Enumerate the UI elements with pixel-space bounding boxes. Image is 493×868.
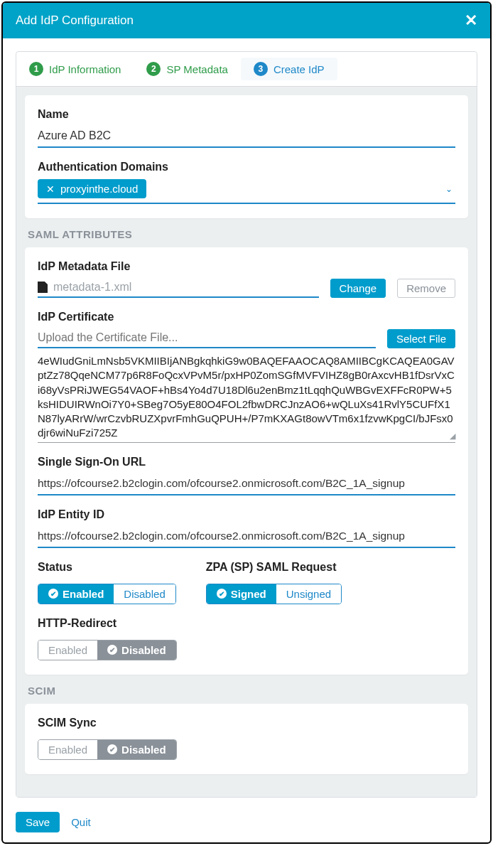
scim-section-heading: SCIM [28, 685, 468, 697]
dialog-footer: Save Quit [3, 805, 490, 842]
saml-request-label: ZPA (SP) SAML Request [206, 561, 342, 574]
saml-request-unsigned-button[interactable]: Unsigned [276, 584, 341, 604]
quit-link[interactable]: Quit [71, 816, 91, 828]
name-input[interactable] [38, 127, 455, 148]
auth-domain-chip[interactable]: ✕ proxyinthe.cloud [38, 179, 146, 198]
entity-id-label: IdP Entity ID [38, 508, 455, 521]
card-scim: SCIM Sync Enabled ✔ Disabled [25, 704, 468, 774]
toggle-label: Signed [231, 588, 266, 600]
resize-handle-icon[interactable]: ◢ [450, 431, 455, 441]
file-icon [38, 282, 48, 293]
sso-url-input[interactable] [38, 474, 455, 495]
dialog-body: 1 IdP Information 2 SP Metadata 3 Create… [3, 38, 490, 805]
metadata-filename: metadata-1.xml [53, 281, 131, 294]
card-basic: Name Authentication Domains ✕ proxyinthe… [25, 95, 468, 218]
toggle-label: Disabled [121, 744, 166, 756]
certificate-textarea[interactable]: 4eWIudGniLmNsb5VKMIIBIjANBgkqhkiG9w0BAQE… [38, 351, 455, 443]
auth-domains-label: Authentication Domains [38, 161, 455, 173]
card-saml: IdP Metadata File metadata-1.xml Change … [25, 247, 468, 675]
certificate-upload-placeholder[interactable] [38, 331, 376, 344]
wizard-steps: 1 IdP Information 2 SP Metadata 3 Create… [16, 52, 477, 87]
status-enabled-button[interactable]: ✔ Enabled [38, 584, 114, 604]
certificate-content: 4eWIudGniLmNsb5VKMIIBIjANBgkqhkiG9w0BAQE… [38, 355, 455, 439]
certificate-upload-field[interactable] [38, 331, 376, 348]
step-sp-metadata[interactable]: 2 SP Metadata [134, 58, 240, 80]
step-label: SP Metadata [166, 63, 227, 75]
dialog-title: Add IdP Configuration [16, 14, 134, 28]
scim-sync-label: SCIM Sync [38, 717, 455, 729]
saml-request-toggle: ✔ Signed Unsigned [206, 584, 342, 604]
status-label: Status [38, 561, 176, 574]
close-icon[interactable]: ✕ [465, 13, 477, 28]
step-number-icon: 1 [29, 62, 43, 76]
step-number-icon: 3 [254, 62, 268, 76]
http-redirect-toggle: Enabled ✔ Disabled [38, 640, 177, 660]
http-redirect-disabled-button[interactable]: ✔ Disabled [97, 641, 176, 660]
http-redirect-enabled-button[interactable]: Enabled [38, 641, 97, 660]
scim-sync-enabled-button[interactable]: Enabled [38, 740, 97, 759]
toggle-label: Enabled [63, 588, 104, 600]
saml-section-heading: SAML ATTRIBUTES [28, 228, 468, 240]
metadata-file-label: IdP Metadata File [38, 260, 455, 273]
dialog-header: Add IdP Configuration ✕ [3, 3, 490, 38]
wizard: 1 IdP Information 2 SP Metadata 3 Create… [16, 51, 477, 798]
sso-url-label: Single Sign-On URL [38, 456, 455, 468]
remove-button[interactable]: Remove [397, 279, 455, 298]
toggle-label: Disabled [121, 644, 166, 656]
auth-domains-field[interactable]: ✕ proxyinthe.cloud ⌄ [38, 179, 455, 204]
idp-certificate-label: IdP Certificate [38, 311, 455, 323]
status-toggle: ✔ Enabled Disabled [38, 584, 176, 604]
select-file-button[interactable]: Select File [387, 329, 455, 348]
dialog: Add IdP Configuration ✕ 1 IdP Informatio… [1, 1, 492, 844]
change-button[interactable]: Change [330, 279, 386, 298]
check-icon: ✔ [217, 589, 227, 599]
chevron-down-icon[interactable]: ⌄ [445, 184, 453, 194]
check-icon: ✔ [48, 589, 58, 599]
save-button[interactable]: Save [16, 812, 60, 832]
metadata-file-field[interactable]: metadata-1.xml [38, 281, 319, 298]
entity-id-input[interactable] [38, 527, 455, 548]
scim-sync-disabled-button[interactable]: ✔ Disabled [97, 740, 176, 759]
status-disabled-button[interactable]: Disabled [114, 584, 175, 604]
step-create-idp[interactable]: 3 Create IdP [241, 58, 337, 80]
check-icon: ✔ [107, 744, 117, 754]
http-redirect-label: HTTP-Redirect [38, 617, 455, 630]
step-label: IdP Information [49, 63, 121, 75]
step-idp-information[interactable]: 1 IdP Information [16, 58, 134, 80]
saml-request-signed-button[interactable]: ✔ Signed [207, 584, 276, 604]
scim-sync-toggle: Enabled ✔ Disabled [38, 739, 177, 760]
chip-label: proxyinthe.cloud [60, 183, 138, 195]
remove-chip-icon[interactable]: ✕ [46, 183, 55, 195]
name-label: Name [38, 108, 455, 121]
step-label: Create IdP [273, 63, 325, 75]
wizard-content: Name Authentication Domains ✕ proxyinthe… [16, 87, 477, 797]
check-icon: ✔ [107, 645, 117, 655]
step-number-icon: 2 [146, 62, 161, 76]
